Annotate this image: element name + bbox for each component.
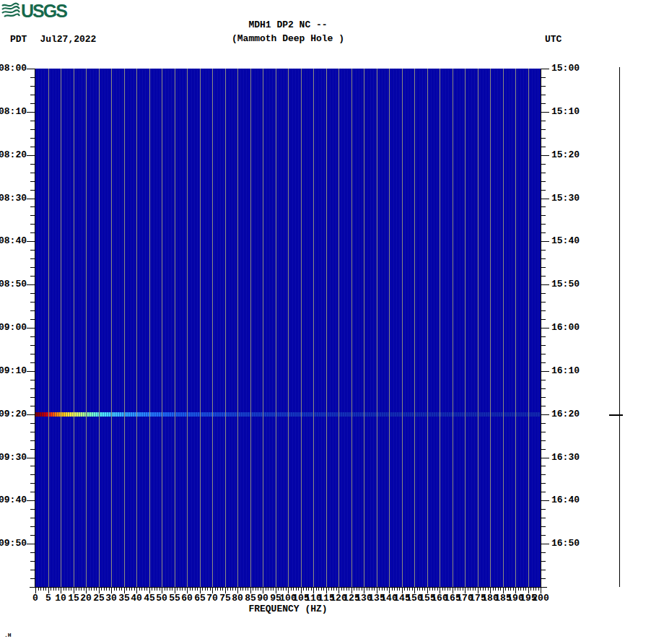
- freq-minor-tick: [318, 588, 319, 591]
- grid-line: [175, 69, 175, 587]
- freq-minor-tick: [126, 588, 127, 591]
- left-minor-tick: [30, 345, 35, 346]
- plot-titles: MDH1 DP2 NC -- (Mammoth Deep Hole ): [35, 21, 541, 50]
- freq-minor-tick: [144, 588, 145, 591]
- freq-minor-tick: [182, 588, 183, 591]
- freq-minor-tick: [450, 588, 450, 591]
- right-axis-tick-label: 15:50: [551, 280, 580, 289]
- right-axis-tick-label: 16:10: [551, 367, 580, 375]
- freq-minor-tick: [336, 588, 337, 591]
- freq-minor-tick: [66, 588, 66, 591]
- right-minor-tick: [541, 423, 546, 424]
- freq-minor-tick: [230, 588, 231, 591]
- right-minor-tick: [541, 578, 546, 579]
- right-axis-tick-label: 16:50: [551, 539, 580, 548]
- freq-minor-tick: [346, 588, 347, 591]
- left-minor-tick: [30, 397, 35, 398]
- freq-minor-tick: [333, 588, 334, 591]
- right-minor-tick: [541, 570, 546, 570]
- right-minor-tick: [541, 310, 546, 311]
- grid-line: [212, 69, 213, 587]
- freq-minor-tick: [495, 588, 496, 591]
- left-major-tick: [27, 414, 35, 415]
- freq-minor-tick: [192, 588, 193, 591]
- freq-minor-tick: [131, 588, 132, 591]
- grid-line: [515, 69, 516, 587]
- left-minor-tick: [30, 336, 35, 337]
- grid-line: [402, 69, 403, 587]
- right-major-tick: [541, 241, 549, 242]
- freq-minor-tick: [281, 588, 281, 591]
- left-minor-tick: [30, 267, 35, 268]
- freq-minor-tick: [94, 588, 95, 591]
- timezone-left-label: PDT: [10, 35, 27, 44]
- freq-minor-tick: [210, 588, 211, 591]
- left-minor-tick: [30, 578, 35, 579]
- left-minor-tick: [30, 302, 35, 303]
- right-minor-tick: [541, 77, 546, 78]
- freq-minor-tick: [79, 588, 79, 591]
- freq-minor-tick: [89, 588, 89, 591]
- freq-minor-tick: [121, 588, 122, 591]
- freq-minor-tick: [96, 588, 97, 591]
- left-axis-tick-label: 08:10: [0, 108, 25, 116]
- grid-line: [440, 69, 440, 587]
- right-axis-tick-label: 15:20: [551, 151, 580, 160]
- freq-minor-tick: [147, 588, 147, 591]
- right-major-tick: [541, 500, 549, 501]
- freq-minor-tick: [119, 588, 120, 591]
- grid-line: [86, 69, 87, 587]
- right-minor-tick: [541, 354, 546, 354]
- left-major-tick: [27, 458, 35, 458]
- freq-minor-tick: [273, 588, 274, 591]
- freq-minor-tick: [170, 588, 170, 591]
- freq-minor-tick: [362, 588, 362, 591]
- grid-line: [162, 69, 162, 587]
- freq-minor-tick: [296, 588, 297, 591]
- left-minor-tick: [30, 121, 35, 121]
- freq-minor-tick: [134, 588, 135, 591]
- left-minor-tick: [30, 276, 35, 277]
- right-minor-tick: [541, 181, 546, 182]
- grid-line: [414, 69, 415, 587]
- right-minor-tick: [541, 388, 546, 389]
- right-minor-tick: [541, 535, 546, 536]
- freq-minor-tick: [266, 588, 266, 591]
- right-minor-tick: [541, 440, 546, 441]
- grid-line: [351, 69, 352, 587]
- right-minor-tick: [541, 518, 546, 518]
- right-minor-tick: [541, 232, 546, 233]
- freq-minor-tick: [109, 588, 110, 591]
- left-major-tick: [27, 69, 35, 69]
- right-minor-tick: [541, 129, 546, 130]
- event-marker-tick: [609, 414, 623, 416]
- left-minor-tick: [30, 224, 35, 225]
- freq-minor-tick: [303, 588, 304, 591]
- left-minor-tick: [30, 492, 35, 492]
- grid-line: [490, 69, 491, 587]
- left-minor-tick: [30, 181, 35, 182]
- freq-minor-tick: [308, 588, 309, 591]
- right-minor-tick: [541, 173, 546, 173]
- left-axis-tick-label: 08:00: [0, 64, 25, 73]
- freq-minor-tick: [141, 588, 142, 591]
- right-minor-tick: [541, 362, 546, 363]
- right-minor-tick: [541, 449, 546, 450]
- grid-line: [237, 69, 238, 587]
- freq-minor-tick: [38, 588, 39, 591]
- freq-minor-tick: [468, 588, 468, 591]
- freq-minor-tick: [349, 588, 349, 591]
- right-minor-tick: [541, 258, 546, 259]
- grid-line: [465, 69, 466, 587]
- left-axis-tick-label: 09:50: [0, 539, 25, 548]
- freq-minor-tick: [384, 588, 385, 591]
- freq-minor-tick: [437, 588, 438, 591]
- freq-minor-tick: [51, 588, 51, 591]
- freq-minor-tick: [283, 588, 284, 591]
- right-major-tick: [541, 112, 549, 113]
- left-major-tick: [27, 328, 35, 328]
- right-minor-tick: [541, 215, 546, 216]
- freq-minor-tick: [215, 588, 216, 591]
- freq-minor-tick: [382, 588, 383, 591]
- left-major-tick: [27, 500, 35, 501]
